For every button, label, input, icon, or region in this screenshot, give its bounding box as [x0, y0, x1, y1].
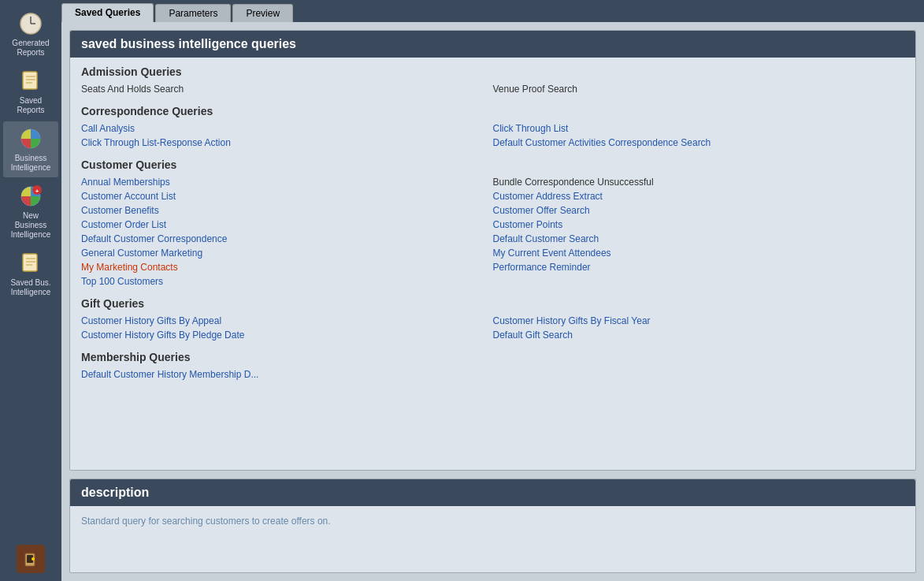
query-default-customer-correspondence[interactable]: Default Customer Correspondence — [81, 233, 493, 245]
category-gift-queries: Gift Queries — [81, 297, 904, 310]
svg-text:+: + — [35, 188, 39, 195]
svg-rect-3 — [23, 72, 37, 89]
query-general-customer-marketing[interactable]: General Customer Marketing — [81, 247, 493, 259]
query-row: My Marketing Contacts Performance Remind… — [81, 261, 904, 274]
query-row: Seats And Holds Search Venue Proof Searc… — [81, 83, 904, 95]
query-customer-history-gifts-by-fiscal-year[interactable]: Customer History Gifts By Fiscal Year — [493, 315, 905, 327]
query-click-through-list-response-action[interactable]: Click Through List-Response Action — [81, 136, 493, 149]
new-business-intelligence-label: New BusinessIntelligence — [6, 211, 55, 240]
queries-content[interactable]: Admission Queries Seats And Holds Search… — [70, 58, 915, 470]
description-panel-header: description — [70, 479, 915, 506]
main-content: Saved Queries Parameters Preview saved b… — [61, 0, 924, 581]
query-row: Customer Order List Customer Points — [81, 218, 904, 231]
sidebar-item-new-business-intelligence[interactable]: + New BusinessIntelligence — [3, 179, 58, 244]
new-business-intelligence-icon: + — [18, 184, 43, 209]
query-placeholder-2 — [493, 368, 905, 381]
content-area: saved business intelligence queries Admi… — [61, 22, 924, 581]
query-top-100-customers[interactable]: Top 100 Customers — [81, 275, 493, 288]
query-call-analysis[interactable]: Call Analysis — [81, 122, 493, 135]
query-bundle-correspondence-unsuccessful[interactable]: Bundle Correspondence Unsuccessful — [493, 176, 905, 188]
tab-parameters[interactable]: Parameters — [155, 4, 231, 22]
category-correspondence-queries: Correspondence Queries — [81, 105, 904, 117]
query-performance-reminder[interactable]: Performance Reminder — [493, 261, 905, 274]
saved-reports-label: Saved Reports — [6, 96, 55, 115]
query-row: Annual Memberships Bundle Correspondence… — [81, 176, 904, 188]
query-my-marketing-contacts[interactable]: My Marketing Contacts — [81, 261, 493, 274]
query-annual-memberships[interactable]: Annual Memberships — [81, 176, 493, 188]
generated-reports-label: GeneratedReports — [12, 39, 49, 58]
query-row: Default Customer History Membership D... — [81, 368, 904, 381]
queries-panel-header: saved business intelligence queries — [70, 31, 915, 58]
query-row: Top 100 Customers — [81, 275, 904, 288]
generated-reports-icon — [18, 11, 43, 36]
query-customer-offer-search[interactable]: Customer Offer Search — [493, 204, 905, 217]
app-container: GeneratedReports Saved Reports — [0, 0, 924, 581]
sidebar-item-business-intelligence[interactable]: BusinessIntelligence — [3, 121, 58, 177]
tab-saved-queries[interactable]: Saved Queries — [61, 3, 154, 22]
query-customer-address-extract[interactable]: Customer Address Extract — [493, 190, 905, 203]
sidebar-item-saved-reports[interactable]: Saved Reports — [3, 64, 58, 120]
query-customer-history-gifts-by-pledge-date[interactable]: Customer History Gifts By Pledge Date — [81, 329, 493, 341]
query-customer-benefits[interactable]: Customer Benefits — [81, 204, 493, 217]
business-intelligence-icon — [18, 126, 43, 151]
description-content: Standard query for searching customers t… — [70, 506, 915, 536]
query-default-customer-search[interactable]: Default Customer Search — [493, 233, 905, 245]
query-row: Customer History Gifts By Pledge Date De… — [81, 329, 904, 341]
query-default-customer-activities-correspondence-search[interactable]: Default Customer Activities Corresponden… — [493, 136, 905, 149]
query-default-gift-search[interactable]: Default Gift Search — [493, 329, 905, 341]
query-customer-history-gifts-by-appeal[interactable]: Customer History Gifts By Appeal — [81, 315, 493, 327]
tab-bar: Saved Queries Parameters Preview — [61, 0, 924, 22]
query-venue-proof-search[interactable]: Venue Proof Search — [493, 83, 905, 95]
sidebar-item-saved-bus-intelligence[interactable]: Saved Bus.Intelligence — [3, 246, 58, 302]
query-default-customer-history-membership[interactable]: Default Customer History Membership D... — [81, 368, 493, 381]
query-customer-points[interactable]: Customer Points — [493, 218, 905, 231]
saved-bus-intelligence-icon — [18, 251, 43, 276]
query-row: Click Through List-Response Action Defau… — [81, 136, 904, 149]
query-row: Customer Account List Customer Address E… — [81, 190, 904, 203]
query-customer-account-list[interactable]: Customer Account List — [81, 190, 493, 203]
query-row: Default Customer Correspondence Default … — [81, 233, 904, 245]
category-admission-queries: Admission Queries — [81, 65, 904, 78]
saved-reports-icon — [18, 69, 43, 94]
query-row: General Customer Marketing My Current Ev… — [81, 247, 904, 259]
query-customer-order-list[interactable]: Customer Order List — [81, 218, 493, 231]
sidebar: GeneratedReports Saved Reports — [0, 0, 61, 581]
query-row: Customer History Gifts By Appeal Custome… — [81, 315, 904, 327]
queries-panel: saved business intelligence queries Admi… — [69, 30, 916, 471]
query-seats-and-holds-search[interactable]: Seats And Holds Search — [81, 83, 493, 95]
query-click-through-list[interactable]: Click Through List — [493, 122, 905, 135]
query-my-current-event-attendees[interactable]: My Current Event Attendees — [493, 247, 905, 259]
sidebar-item-generated-reports[interactable]: GeneratedReports — [3, 6, 58, 62]
query-placeholder-1 — [493, 275, 905, 288]
category-customer-queries: Customer Queries — [81, 158, 904, 171]
tab-preview[interactable]: Preview — [232, 4, 293, 22]
category-membership-queries: Membership Queries — [81, 351, 904, 363]
svg-point-17 — [32, 557, 35, 561]
exit-button[interactable] — [17, 545, 45, 573]
query-row: Call Analysis Click Through List — [81, 122, 904, 135]
saved-bus-intelligence-label: Saved Bus.Intelligence — [10, 278, 50, 297]
svg-rect-11 — [23, 254, 37, 271]
query-row: Customer Benefits Customer Offer Search — [81, 204, 904, 217]
description-panel: description Standard query for searching… — [69, 479, 916, 573]
business-intelligence-label: BusinessIntelligence — [11, 154, 51, 173]
